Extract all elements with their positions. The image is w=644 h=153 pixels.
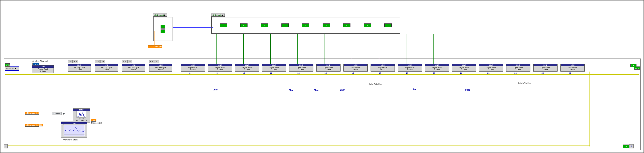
distance-in-indicator-2: ▶Distance (in)◀: [25, 124, 39, 127]
strt-indicator-right: STRT: [630, 64, 636, 67]
dw-block-21[interactable]: LINE Digital Write1 Chan: [479, 64, 503, 72]
dw-block-25[interactable]: LINE Digital Write1 Chan: [533, 64, 558, 72]
dw-19-index: 19: [433, 72, 435, 74]
dw-26-label: Digital Write1 Chan: [561, 66, 584, 71]
dw-block-26[interactable]: LINE Digital Write1 Chan: [560, 64, 585, 72]
dc1-const-b: 0.5: [73, 60, 78, 63]
green-wire-7: [379, 34, 379, 65]
chan-label-16: Chan: [340, 89, 345, 91]
const-0064: 0.0064: [52, 112, 62, 115]
local-io-block[interactable]: Local I/O ▼: [5, 66, 20, 71]
dw-block-8[interactable]: LINE Digital Write1 Chan: [181, 64, 205, 72]
ls-default-interior: [154, 17, 172, 41]
dw-15-label: Digital Write1 Chan: [316, 66, 340, 71]
dist-to-ls-wire: [148, 46, 155, 47]
dw-block-19[interactable]: LINE Digital Write1 Chan: [425, 64, 449, 72]
main-canvas: Local I/O ▼ STRT Analog Channel U8 2 LIN…: [0, 0, 644, 153]
duty-cycle-2-block[interactable]: LINE Set Duty Cycle1 Chan: [95, 64, 118, 72]
right-loop-right: [640, 58, 641, 150]
dw-block-15[interactable]: LINE Digital Write1 Chan: [316, 64, 340, 72]
duty-cycle-4-block[interactable]: LINE Set Duty Cycle1 Chan: [149, 64, 172, 72]
chan-6: 1: [322, 23, 330, 27]
dw-12-title: LINE: [290, 64, 313, 66]
local-io-label: Local I/O: [6, 68, 14, 70]
dc2-title: LINE: [95, 64, 118, 66]
dw-9-title: LINE: [208, 64, 232, 66]
distance-in-indicator-bottom: ▶Distance (in)◀: [25, 112, 39, 115]
chan-label-18: Chan: [412, 88, 417, 91]
sgl-indicator: SGL: [91, 119, 96, 122]
chan-9: 1: [384, 23, 392, 27]
dw-block-18[interactable]: LINE Digital Write1 Chan: [398, 64, 422, 72]
dw-9-label: Digital Write1 Chan: [208, 66, 232, 71]
green-wire-3: [270, 34, 271, 65]
green-wire-9: [433, 34, 434, 65]
dw-18-title: LINE: [398, 64, 422, 66]
o-default-box: 1 0 1 1 1 1 0 1 1: [211, 17, 400, 34]
duty-cycle-1-block[interactable]: LINE Set Duty Cycle1 Chan: [68, 64, 91, 72]
dc4-const-a: 0.5: [149, 60, 154, 63]
dw-18-index: 18: [406, 72, 408, 74]
duty-cycle-3-block[interactable]: LINE Set Duty Cycle1 Chan: [122, 64, 145, 72]
dw-26-index: 26: [569, 72, 571, 74]
waveform-chart-block[interactable]: SGL: [61, 121, 87, 138]
chan-label-8: Chan: [213, 88, 218, 91]
dc1-label: Set Duty Cycle1 Chan: [68, 66, 90, 71]
dw-16-index: 16: [352, 72, 354, 74]
feedback-wire-h: [5, 146, 590, 146]
dc4-label: Set Duty Cycle1 Chan: [150, 66, 172, 71]
o-default-channels: 1 0 1 1 1 1 0 1 1: [212, 17, 400, 33]
dw-12-index: 12: [298, 72, 300, 74]
dw-20-title: LINE: [452, 64, 476, 66]
dw-block-12[interactable]: LINE Digital Write1 Chan: [289, 64, 314, 72]
dw-23-title: LINE: [506, 64, 530, 66]
dw-block-17[interactable]: LINE Digital Write1 Chan: [370, 64, 395, 72]
dc3-const-a: 0.5: [122, 60, 127, 63]
dw-12-label: Digital Write1 Chan: [290, 66, 313, 71]
dc3-title: LINE: [122, 64, 145, 66]
dw-block-16[interactable]: LINE Digital Write1 Chan: [344, 64, 368, 72]
dc3-const-b: 13: [128, 60, 132, 63]
dw-19-label: Digital Write1 Chan: [425, 66, 449, 71]
chan-label-15: Chan: [314, 89, 319, 91]
chan-2: 0: [240, 23, 248, 27]
dc3-label: Set Duty Cycle1 Chan: [122, 66, 145, 71]
dw-block-23[interactable]: LINE Digital Write1 Chan: [506, 64, 530, 72]
loop-bottom: [4, 150, 641, 150]
o-default-title: O. Default ▶: [211, 13, 225, 17]
feedback-wire-v: [589, 72, 590, 147]
analog-read-label: Analog Read1 Chan: [32, 68, 54, 73]
local-io-arrow: ▼: [14, 68, 16, 70]
analog-read-block[interactable]: LINE Analog Read1 Chan: [32, 65, 54, 73]
dw-block-20[interactable]: LINE Digital Write1 Chan: [452, 64, 476, 72]
dc4-title: LINE: [150, 64, 172, 66]
green-wire-2: [243, 34, 244, 65]
dw-25-title: LINE: [534, 64, 557, 66]
dw-block-9[interactable]: LINE Digital Write1 Chan: [208, 64, 232, 72]
dist-to-filter-wire: [38, 113, 73, 113]
dw-19-title: LINE: [425, 64, 449, 66]
dw-21-label: Digital Write1 Chan: [479, 66, 503, 71]
left-loop-left: [4, 58, 4, 150]
waveform-chart-icon: [63, 124, 85, 136]
filter-block[interactable]: Filter SignalFiltered Signal: [73, 108, 90, 123]
dw-17-label: Digital Write1 Chan: [371, 66, 394, 71]
dc2-label: Set Duty Cycle1 Chan: [95, 66, 118, 71]
chan-4: 1: [282, 23, 289, 27]
dw-chan-label-23: Digital Write Chan: [514, 82, 536, 84]
dw-17-index: 17: [379, 72, 381, 74]
dw-block-10[interactable]: LINE Digital Write1 Chan: [235, 64, 259, 72]
dw-11-label: Digital Write1 Chan: [262, 66, 286, 71]
dw-block-11[interactable]: LINE Digital Write1 Chan: [262, 64, 286, 72]
waveform-chart-title: SGL: [61, 122, 87, 124]
ls-inner-1: [160, 25, 165, 28]
loop-iter-box: i: [4, 144, 8, 149]
dw-23-index: 23: [514, 72, 516, 74]
dw-20-index: 20: [460, 72, 462, 74]
iteration-counter: i: [629, 144, 634, 149]
dw-20-label: Digital Write1 Chan: [452, 66, 476, 71]
distance-in-text: Distance (in): [91, 122, 102, 124]
play-arrow: ▶: [63, 112, 66, 115]
ls-default-container: .S. Default ▶: [153, 17, 172, 41]
dw-18-label: Digital Write1 Chan: [398, 66, 422, 71]
